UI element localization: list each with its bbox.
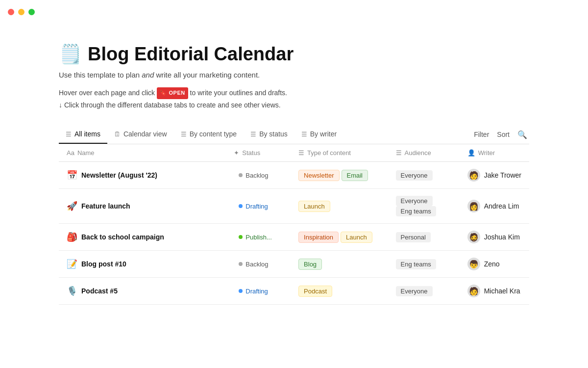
name-cell: 📝 Blog post #10 bbox=[67, 259, 218, 269]
status-label: Publish... bbox=[245, 234, 271, 241]
page-icon: 🗒️ bbox=[59, 43, 82, 65]
maximize-button[interactable] bbox=[28, 9, 35, 15]
table-row[interactable]: 📝 Blog post #10 Backlog BlogEng teams 👦 … bbox=[59, 251, 529, 278]
sort-button[interactable]: Sort bbox=[497, 131, 510, 138]
col-writer-icon: 👤 bbox=[467, 149, 475, 157]
audience-tag: Everyone bbox=[396, 170, 433, 181]
audience-tag: Everyone bbox=[396, 286, 433, 296]
status-label: Drafting bbox=[245, 288, 268, 295]
main-content: 🗒️ Blog Editorial Calendar Use this temp… bbox=[0, 24, 588, 324]
minimize-button[interactable] bbox=[18, 9, 24, 15]
content-type-tag: Launch bbox=[298, 201, 330, 212]
close-button[interactable] bbox=[8, 9, 14, 15]
name-cell: 🎙️ Podcast #5 bbox=[67, 286, 218, 296]
name-cell: 🎒 Back to school campaign bbox=[67, 232, 218, 242]
tab-actions: Filter Sort 🔍 bbox=[474, 130, 529, 139]
avatar: 👩 bbox=[467, 200, 480, 212]
name-cell: 📅 Newsletter (August '22) bbox=[67, 170, 218, 181]
tab-calendar-view-label: Calendar view bbox=[123, 130, 167, 138]
open-badge: 🔖 OPEN bbox=[157, 87, 188, 99]
row-icon: 📝 bbox=[67, 259, 77, 269]
writer-cell: 🧑 Michael Kra bbox=[467, 285, 521, 297]
row-name: Feature launch bbox=[81, 202, 130, 210]
table-header-row: Aa Name ✦ Status ☰ Type of content bbox=[59, 144, 529, 162]
tab-calendar-view[interactable]: 🗓 Calendar view bbox=[107, 125, 174, 144]
content-type-tag: Newsletter bbox=[298, 170, 339, 181]
tab-by-content-type[interactable]: ☰ By content type bbox=[174, 125, 244, 144]
status-dot bbox=[239, 262, 243, 266]
tab-by-writer[interactable]: ☰ By writer bbox=[294, 125, 343, 144]
writer-cell: 👦 Zeno bbox=[467, 258, 521, 270]
titlebar bbox=[0, 0, 588, 24]
audience-tag: Eng teams bbox=[396, 259, 436, 269]
avatar: 👦 bbox=[467, 258, 480, 270]
writer-name: Andrea Lim bbox=[484, 202, 519, 210]
row-name: Blog post #10 bbox=[81, 260, 126, 268]
tab-all-items[interactable]: ☰ All items bbox=[59, 125, 107, 144]
tab-by-content-type-icon: ☰ bbox=[181, 131, 187, 138]
table-row[interactable]: 🎒 Back to school campaign Publish... Ins… bbox=[59, 224, 529, 251]
col-header-writer: 👤 Writer bbox=[460, 144, 529, 162]
tab-by-status[interactable]: ☰ By status bbox=[244, 125, 294, 144]
table-row[interactable]: 🚀 Feature launch Drafting LaunchEveryone… bbox=[59, 189, 529, 224]
avatar: 🧑 bbox=[467, 285, 480, 297]
table-row[interactable]: 📅 Newsletter (August '22) Backlog Newsle… bbox=[59, 162, 529, 189]
page-instructions: Hover over each page and click 🔖 OPEN to… bbox=[59, 87, 529, 111]
audience-tag: Personal bbox=[396, 232, 431, 242]
status-badge: Drafting bbox=[234, 201, 273, 211]
tabs-bar: ☰ All items 🗓 Calendar view ☰ By content… bbox=[59, 125, 529, 144]
search-icon[interactable]: 🔍 bbox=[517, 130, 527, 139]
page-title: Blog Editorial Calendar bbox=[88, 44, 294, 65]
avatar: 🧑 bbox=[467, 169, 480, 182]
status-dot bbox=[239, 173, 243, 177]
row-name: Newsletter (August '22) bbox=[81, 171, 157, 179]
table-wrapper: Aa Name ✦ Status ☰ Type of content bbox=[59, 144, 529, 305]
col-type-icon: ☰ bbox=[298, 149, 304, 157]
status-badge: Backlog bbox=[234, 170, 273, 181]
status-badge: Publish... bbox=[234, 232, 276, 242]
writer-name: Zeno bbox=[484, 260, 500, 268]
row-icon: 🎙️ bbox=[67, 286, 77, 296]
status-dot bbox=[239, 204, 243, 208]
tab-by-writer-icon: ☰ bbox=[301, 131, 307, 138]
content-type-tag: Email bbox=[342, 170, 368, 181]
col-header-status: ✦ Status bbox=[226, 144, 291, 162]
content-type-tag: Blog bbox=[298, 259, 322, 270]
col-status-icon: ✦ bbox=[234, 149, 239, 157]
table-row[interactable]: 🎙️ Podcast #5 Drafting PodcastEveryone 🧑… bbox=[59, 278, 529, 305]
content-type-tag: Launch bbox=[341, 232, 372, 243]
tab-by-content-type-label: By content type bbox=[190, 130, 237, 138]
content-table: Aa Name ✦ Status ☰ Type of content bbox=[59, 144, 529, 305]
col-audience-icon: ☰ bbox=[396, 149, 402, 157]
row-name: Back to school campaign bbox=[81, 233, 164, 241]
tab-all-items-icon: ☰ bbox=[66, 131, 72, 138]
content-type-tag: Podcast bbox=[298, 286, 332, 297]
audience-tag: Everyone bbox=[396, 196, 433, 206]
row-icon: 🎒 bbox=[67, 232, 77, 242]
status-dot bbox=[239, 289, 243, 293]
writer-cell: 👩 Andrea Lim bbox=[467, 200, 521, 212]
status-label: Backlog bbox=[245, 172, 268, 179]
filter-button[interactable]: Filter bbox=[474, 131, 489, 138]
col-header-type: ☰ Type of content bbox=[291, 144, 388, 162]
status-badge: Backlog bbox=[234, 259, 273, 269]
avatar: 🧔 bbox=[467, 231, 480, 243]
col-header-audience: ☰ Audience bbox=[388, 144, 460, 162]
tab-group: ☰ All items 🗓 Calendar view ☰ By content… bbox=[59, 125, 474, 144]
open-badge-icon: 🔖 bbox=[160, 88, 167, 98]
status-label: Backlog bbox=[245, 261, 268, 268]
page-subtitle: Use this template to plan and write all … bbox=[59, 71, 529, 79]
tab-all-items-label: All items bbox=[74, 130, 100, 138]
row-icon: 📅 bbox=[67, 170, 77, 181]
row-icon: 🚀 bbox=[67, 201, 77, 211]
row-name: Podcast #5 bbox=[81, 287, 118, 295]
writer-name: Michael Kra bbox=[484, 287, 520, 295]
content-type-tag: Inspiration bbox=[298, 232, 339, 243]
col-name-icon: Aa bbox=[67, 149, 74, 157]
writer-name: Joshua Kim bbox=[484, 233, 520, 241]
tab-by-status-label: By status bbox=[259, 130, 288, 138]
name-cell: 🚀 Feature launch bbox=[67, 201, 218, 211]
audience-tag: Eng teams bbox=[396, 206, 436, 216]
status-badge: Drafting bbox=[234, 286, 273, 296]
writer-cell: 🧔 Joshua Kim bbox=[467, 231, 521, 243]
